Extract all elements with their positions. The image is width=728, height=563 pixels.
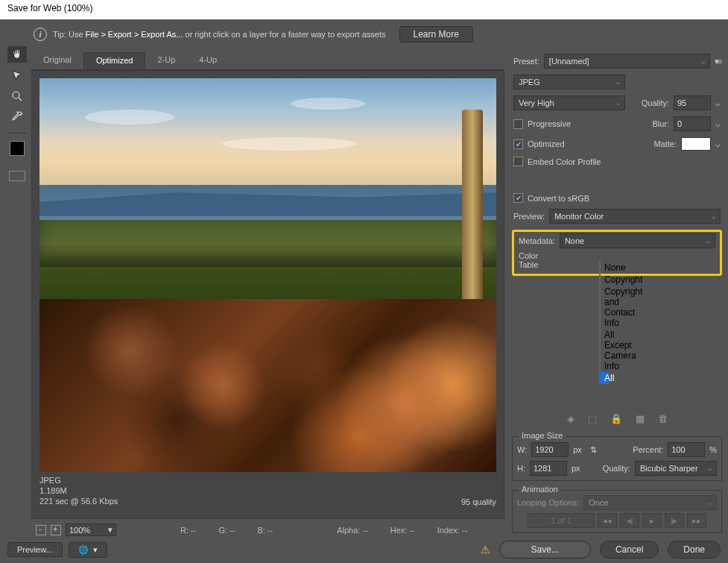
resample-quality-label: Quality:	[603, 464, 630, 473]
metadata-option-all[interactable]: All	[600, 372, 609, 384]
preview-button[interactable]: Preview...	[7, 542, 63, 557]
settings-panel: Preset: [Unnamed]⌵ ▾≡ JPEG⌵ Very High⌵ Q…	[509, 46, 725, 536]
hand-tool-icon[interactable]	[7, 46, 27, 63]
preview-info: JPEG 1.189M 221 sec @ 56.6 Kbps	[39, 475, 118, 506]
tool-column	[3, 46, 31, 536]
browser-preview-button[interactable]: 🌐▾	[69, 542, 107, 558]
svg-point-0	[13, 92, 19, 98]
first-frame-icon: ◂◂	[598, 513, 617, 528]
preview-quality: 95 quality	[461, 497, 496, 506]
ruler-minus-icon[interactable]: -	[36, 525, 46, 535]
preview-format: JPEG	[39, 475, 118, 485]
w-label: W:	[517, 445, 527, 454]
preview-label: Preview:	[513, 212, 545, 221]
preview-size: 1.189M	[39, 485, 118, 496]
done-button[interactable]: Done	[668, 541, 721, 559]
zoom-select[interactable]: 100%▾	[66, 523, 116, 536]
preview-select[interactable]: Monitor Color⌵	[549, 209, 721, 224]
preset-select[interactable]: [Unnamed]⌵	[544, 54, 710, 69]
progressive-checkbox[interactable]: Progressive	[513, 119, 571, 129]
metadata-option-none[interactable]: None	[600, 262, 609, 274]
window-title: Save for Web (100%)	[7, 3, 93, 13]
matte-chevron-icon[interactable]: ⌵	[715, 139, 721, 149]
readout-alpha: Alpha: --	[337, 526, 368, 535]
readout-r: R: --	[180, 526, 196, 535]
window-titlebar: Save for Web (100%)	[0, 0, 728, 19]
zoom-tool-icon[interactable]	[7, 88, 27, 104]
format-select[interactable]: JPEG⌵	[513, 75, 625, 89]
ct-snap-icon[interactable]: ◈	[567, 413, 575, 424]
preset-menu-icon[interactable]: ▾≡	[715, 57, 721, 66]
prev-frame-icon: ◂|	[620, 513, 639, 528]
blur-chevron-icon[interactable]: ⌵	[715, 119, 721, 129]
image-size-group: Image Size W: px ⇅ Percent: % H: px Qual…	[512, 436, 722, 481]
compression-select[interactable]: Very High⌵	[513, 95, 625, 110]
quality-input[interactable]	[674, 95, 711, 110]
metadata-label: Metadata:	[519, 236, 555, 245]
ruler-plus-icon[interactable]: +	[51, 525, 61, 535]
ct-shift-icon[interactable]: ⬚	[588, 413, 597, 424]
h-label: H:	[517, 464, 525, 473]
convert-srgb-checkbox[interactable]: ✔Convert to sRGB	[513, 193, 589, 203]
loop-select: Once⌵	[583, 495, 717, 510]
quality-label: Quality:	[642, 98, 669, 107]
percent-label: Percent:	[633, 445, 663, 454]
height-input[interactable]	[530, 461, 567, 476]
ct-trash-icon[interactable]: 🗑	[658, 413, 668, 424]
metadata-select[interactable]: None⌵	[560, 233, 715, 248]
readout-index: Index: --	[437, 526, 467, 535]
metadata-dropdown-menu[interactable]: None Copyright Copyright and Contact Inf…	[599, 261, 601, 385]
play-icon: ▸	[642, 513, 662, 528]
image-canvas[interactable]	[39, 78, 496, 472]
metadata-option-copyright[interactable]: Copyright	[600, 274, 609, 286]
preview-time: 221 sec @ 56.6 Kbps	[39, 496, 118, 506]
tab-original[interactable]: Original	[31, 52, 83, 69]
color-table-label: Color Table	[519, 251, 554, 269]
tip-text: Tip: Use File > Export > Export As... or…	[53, 30, 386, 39]
tab-4up[interactable]: 4-Up	[187, 52, 229, 69]
metadata-highlight: Metadata: None⌵ Color Table None Copyrig…	[512, 230, 722, 276]
toggle-slices-visibility-icon[interactable]	[9, 171, 25, 181]
quality-chevron-icon[interactable]: ⌵	[715, 98, 721, 108]
metadata-option-except-camera[interactable]: All Except Camera Info	[600, 329, 609, 372]
embed-color-profile-checkbox[interactable]: Embed Color Profile	[513, 157, 601, 166]
metadata-option-copyright-contact[interactable]: Copyright and Contact Info	[600, 286, 609, 329]
save-button[interactable]: Save...	[499, 541, 591, 559]
readout-b: B: --	[257, 526, 273, 535]
warning-icon[interactable]: ⚠	[481, 544, 490, 556]
tab-optimized[interactable]: Optimized	[83, 52, 146, 69]
loop-label: Looping Options:	[517, 498, 579, 507]
color-readouts: R: -- G: -- B: --	[180, 526, 273, 535]
width-input[interactable]	[531, 442, 569, 457]
blur-label: Blur:	[652, 119, 669, 128]
readout-g: G: --	[218, 526, 235, 535]
view-tabs: Original Optimized 2-Up 4-Up	[31, 52, 504, 70]
preset-label: Preset:	[513, 57, 539, 66]
readout-hex: Hex: --	[390, 526, 415, 535]
frame-counter: 1 of 1	[528, 513, 595, 528]
info-icon: i	[34, 28, 47, 41]
ct-lock-icon[interactable]: 🔒	[610, 413, 622, 424]
preview-pane: JPEG 1.189M 221 sec @ 56.6 Kbps 95 quali…	[31, 70, 504, 519]
ct-new-icon[interactable]: ▦	[636, 413, 645, 424]
globe-icon: 🌐	[78, 545, 89, 555]
matte-label: Matte:	[653, 139, 677, 148]
tab-2up[interactable]: 2-Up	[145, 52, 187, 69]
next-frame-icon: |▸	[665, 513, 684, 528]
eyedropper-color-swatch[interactable]	[10, 141, 25, 156]
optimized-checkbox[interactable]: ✔Optimized	[513, 139, 565, 149]
bottom-bar: Preview... 🌐▾ ⚠ Save... Cancel Done	[3, 536, 725, 560]
link-dimensions-icon[interactable]: ⇅	[588, 441, 600, 458]
percent-input[interactable]	[668, 442, 705, 457]
last-frame-icon: ▸▸	[687, 513, 706, 528]
slice-select-tool-icon[interactable]	[7, 67, 27, 84]
animation-group: Animation Looping Options: Once⌵ 1 of 1 …	[512, 490, 722, 533]
tip-bar: i Tip: Use File > Export > Export As... …	[34, 22, 725, 46]
learn-more-button[interactable]: Learn More	[399, 26, 473, 43]
matte-swatch[interactable]	[681, 137, 711, 151]
resample-quality-select[interactable]: Bicubic Sharper⌵	[635, 461, 717, 476]
eyedropper-tool-icon[interactable]	[7, 109, 27, 125]
blur-input[interactable]	[674, 116, 711, 131]
cancel-button[interactable]: Cancel	[600, 541, 659, 559]
